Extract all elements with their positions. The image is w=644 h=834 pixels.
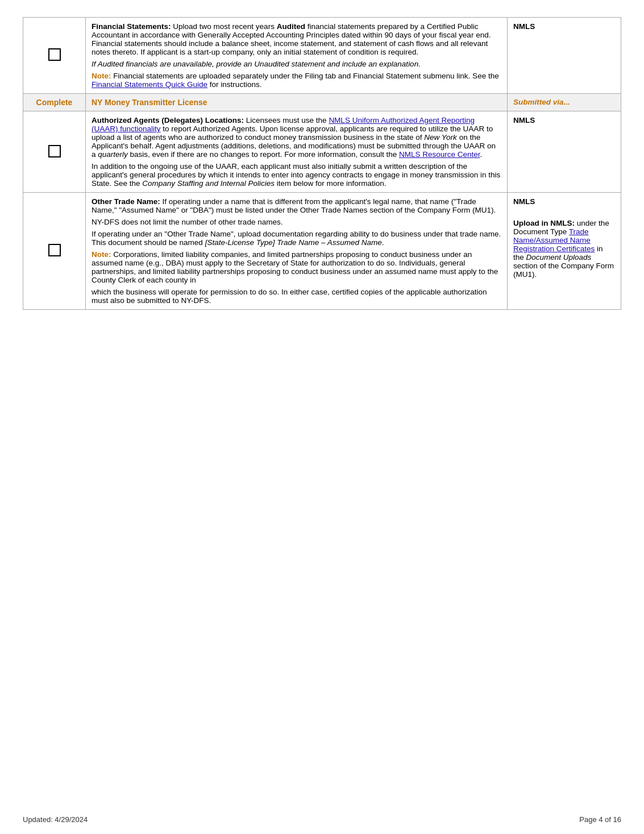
footer-updated: Updated: 4/29/2024 xyxy=(23,815,88,824)
authorized-agents-title-suffix: Licensees must use the xyxy=(244,116,329,125)
footer-page: Page 4 of 16 xyxy=(579,815,621,824)
trade-name-italic: [State-License Type] Trade Name – Assume… xyxy=(205,238,382,247)
new-york-italic: New York xyxy=(424,133,457,142)
other-trade-nmls-label: NMLS xyxy=(513,197,535,206)
other-trade-name-title: Other Trade Name: xyxy=(92,197,160,206)
authorized-agents-submitted: NMLS xyxy=(508,111,621,193)
section-header-row: Complete NY Money Transmitter License Su… xyxy=(23,94,621,111)
header-submitted-label: Submitted via... xyxy=(513,98,570,106)
header-title-cell: NY Money Transmitter License xyxy=(86,94,508,111)
other-trade-name-note-label: Note: xyxy=(92,250,111,259)
financial-statements-row: Financial Statements: Upload two most re… xyxy=(23,18,621,94)
document-uploads-italic: Document Uploads xyxy=(526,253,592,262)
italic2-suffix: basis, even if there are no changes to r… xyxy=(128,150,399,159)
upload-in-nmls-text3: section of the Company Form (MU1). xyxy=(513,262,614,279)
quarterly-italic: quarterly xyxy=(98,150,128,159)
financial-statements-title-suffix: Upload two most recent years xyxy=(171,22,277,31)
financial-statements-note-text: Financial statements are uploaded separa… xyxy=(111,72,499,80)
header-complete-label: Complete xyxy=(36,98,73,107)
other-trade-name-row: Other Trade Name: If operating under a n… xyxy=(23,193,621,310)
authorized-agents-row: Authorized Agents (Delegates) Locations:… xyxy=(23,111,621,193)
financial-statements-note-label: Note: xyxy=(92,72,111,80)
header-status-cell: Complete xyxy=(23,94,86,111)
financial-statements-content: Financial Statements: Upload two most re… xyxy=(86,18,508,94)
financial-statements-quick-guide-link[interactable]: Financial Statements Quick Guide xyxy=(92,80,207,89)
financial-statements-italic: If Audited financials are unavailable, p… xyxy=(92,60,421,68)
authorized-agents-status xyxy=(23,111,86,193)
link2-suffix: . xyxy=(480,150,483,159)
financial-statements-submitted: NMLS xyxy=(508,18,621,94)
authorized-agents-title: Authorized Agents (Delegates) Locations: xyxy=(92,116,244,125)
header-submitted-cell: Submitted via... xyxy=(508,94,621,111)
other-trade-name-status xyxy=(23,193,86,310)
authorized-agents-checkbox[interactable] xyxy=(48,145,61,157)
other-trade-name-para5: which the business will operate for perm… xyxy=(92,288,501,305)
nmls-resource-center-link[interactable]: NMLS Resource Center xyxy=(399,150,480,159)
authorized-agents-nmls: NMLS xyxy=(513,116,535,125)
other-trade-name-checkbox[interactable] xyxy=(48,244,61,256)
financial-statements-status xyxy=(23,18,86,94)
financial-statements-nmls: NMLS xyxy=(513,22,535,31)
financial-statements-note-suffix: for instructions. xyxy=(207,80,261,89)
main-table: Financial Statements: Upload two most re… xyxy=(23,17,621,310)
financial-statements-checkbox[interactable] xyxy=(48,48,61,61)
other-trade-name-submitted: NMLS Upload in NMLS: under the Document … xyxy=(508,193,621,310)
italic3-suffix: item below for more information. xyxy=(275,179,387,188)
header-license-title: NY Money Transmitter License xyxy=(92,98,207,107)
page: Financial Statements: Upload two most re… xyxy=(0,0,644,834)
financial-statements-audited: Audited xyxy=(277,22,305,31)
page-footer: Updated: 4/29/2024 Page 4 of 16 xyxy=(23,815,621,824)
trade-name-italic-suffix: . xyxy=(382,238,384,247)
upload-in-nmls-label: Upload in NMLS: xyxy=(513,219,575,227)
staffing-policies-italic: Company Staffing and Internal Policies xyxy=(142,179,275,188)
financial-statements-title: Financial Statements: xyxy=(92,22,171,31)
authorized-agents-content: Authorized Agents (Delegates) Locations:… xyxy=(86,111,508,193)
other-trade-name-para2: NY-DFS does not limit the number of othe… xyxy=(92,218,501,226)
other-trade-name-content: Other Trade Name: If operating under a n… xyxy=(86,193,508,310)
other-trade-name-note-text: Corporations, limited liability companie… xyxy=(92,250,498,284)
